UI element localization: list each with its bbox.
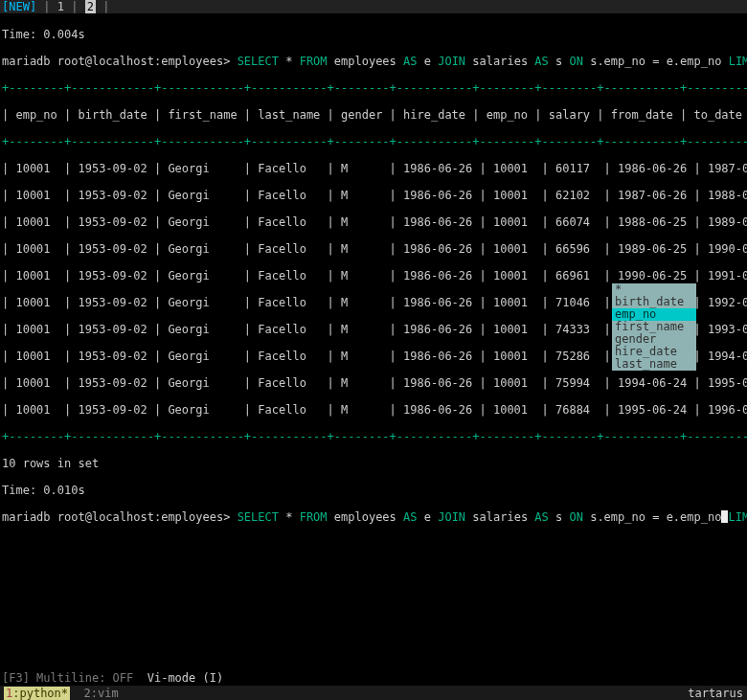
- tok-s: s: [555, 55, 569, 68]
- tmux-hostname: tartarus: [688, 687, 743, 700]
- kw-from2: FROM: [300, 510, 334, 524]
- tok-employees: employees: [334, 55, 403, 68]
- terminal-output[interactable]: Time: 0.004s mariadb root@localhost:empl…: [0, 13, 747, 537]
- help-vimode: Vi-mode (I): [147, 671, 223, 685]
- table-header: | emp_no | birth_date | first_name | las…: [2, 108, 745, 122]
- help-line: [F3] Multiline: OFF Vi-mode (I): [2, 671, 223, 685]
- kw-join: JOIN: [438, 55, 472, 68]
- kw-on: ON: [569, 55, 590, 68]
- autocomplete-popup[interactable]: * birth_date emp_no first_name gender hi…: [612, 283, 696, 371]
- kw-as: AS: [403, 55, 424, 68]
- tab-sep-3: |: [96, 0, 117, 13]
- tmux-windows: 1:python* 2:vim: [4, 687, 119, 700]
- prompt-1-text: mariadb root@localhost:employees>: [2, 55, 230, 68]
- tok-cond: s.emp_no = e.emp_no: [590, 55, 729, 68]
- table-hr-mid: +--------+------------+------------+----…: [2, 135, 745, 148]
- tok-salaries: salaries: [472, 55, 534, 68]
- kw-join2: JOIN: [438, 510, 472, 524]
- tmux-window-1-active[interactable]: 1:python*: [4, 687, 70, 700]
- table-row: | 10001 | 1953-09-02 | Georgi | Facello …: [2, 189, 745, 202]
- timing-1: Time: 0.004s: [2, 28, 745, 41]
- tmux-status-bar: 1:python* 2:vim tartarus: [0, 686, 747, 700]
- timing-2: Time: 0.010s: [2, 484, 745, 497]
- table-row: | 10001 | 1953-09-02 | Georgi | Facello …: [2, 376, 745, 390]
- kw-limit2: LIMIT: [728, 510, 747, 524]
- kw-as2: AS: [534, 55, 555, 68]
- prompt-2[interactable]: mariadb root@localhost:employees> SELECT…: [2, 510, 745, 524]
- table-row: | 10001 | 1953-09-02 | Georgi | Facello …: [2, 215, 745, 229]
- table-row: | 10001 | 1953-09-02 | Georgi | Facello …: [2, 269, 745, 282]
- tok-s2: s: [555, 510, 569, 524]
- tok-star2: *: [285, 510, 299, 524]
- table-row: | 10001 | 1953-09-02 | Georgi | Facello …: [2, 403, 745, 417]
- table-hr-top: +--------+------------+------------+----…: [2, 81, 745, 95]
- table-row: | 10001 | 1953-09-02 | Georgi | Facello …: [2, 242, 745, 256]
- kw-as3: AS: [403, 510, 424, 524]
- tok-salaries2: salaries: [472, 510, 534, 524]
- tmux-window-1-name: :python*: [12, 687, 68, 700]
- tab-2-active[interactable]: 2: [85, 0, 96, 13]
- kw-select2: SELECT: [230, 510, 285, 524]
- rows-in-set: 10 rows in set: [2, 457, 745, 470]
- tmux-window-2[interactable]: 2:vim: [83, 687, 118, 700]
- tok-e2: e: [424, 510, 438, 524]
- tok-cond2: s.emp_no = e.emp_no: [590, 510, 721, 524]
- tok-employees2: employees: [334, 510, 403, 524]
- kw-on2: ON: [569, 510, 590, 524]
- kw-limit: LIMIT: [729, 55, 747, 68]
- tmux-sep: [70, 687, 83, 700]
- table-hr-bot: +--------+------------+------------+----…: [2, 430, 745, 443]
- help-multiline: [F3] Multiline: OFF: [2, 671, 147, 685]
- table-row: | 10001 | 1953-09-02 | Georgi | Facello …: [2, 162, 745, 175]
- autocomplete-item[interactable]: last_name: [612, 358, 696, 371]
- kw-select: SELECT: [230, 55, 285, 68]
- pane-tabbar: [NEW] | 1 | 2 |: [0, 0, 747, 13]
- tab-new[interactable]: [NEW]: [2, 0, 36, 13]
- kw-from: FROM: [300, 55, 334, 68]
- tab-sep-2: |: [64, 0, 85, 13]
- prompt-2-text: mariadb root@localhost:employees>: [2, 510, 230, 524]
- tab-1[interactable]: 1: [57, 0, 64, 13]
- kw-as4: AS: [534, 510, 555, 524]
- prompt-1: mariadb root@localhost:employees> SELECT…: [2, 55, 745, 68]
- tok-star: *: [285, 55, 299, 68]
- tab-sep-1: |: [36, 0, 57, 13]
- tok-e: e: [424, 55, 438, 68]
